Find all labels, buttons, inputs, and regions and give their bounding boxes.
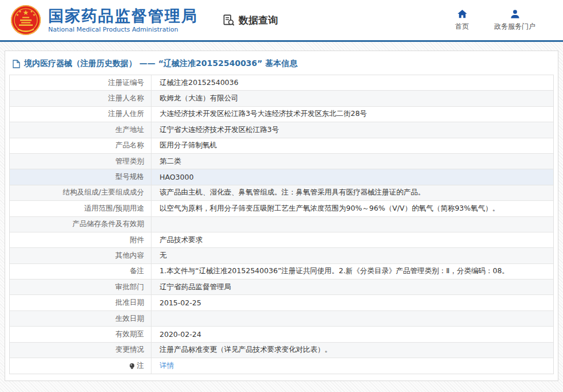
- row-value: 以空气为原料，利用分子筛变压吸附工艺生产氧浓度范围为90%～96%（V/V）的氧…: [152, 201, 553, 216]
- row-label: 生效日期: [10, 311, 152, 326]
- row-label: 其他内容: [10, 248, 152, 263]
- table-row: 注册人住所大连经济技术开发区松江路3号大连经济技术开发区东北二街28号: [10, 107, 553, 122]
- row-label: 管理类别: [10, 154, 152, 169]
- site-logo[interactable]: ★ ★ ★ ★ ★ 国家药品监督管理局 National Medical Pro…: [10, 5, 198, 36]
- row-label: 备注: [10, 264, 152, 279]
- row-value: 医用分子筛制氧机: [152, 138, 553, 153]
- home-icon: [457, 9, 468, 20]
- site-title: 国家药品监督管理局: [48, 7, 198, 25]
- table-row: 审批部门辽宁省药品监督管理局: [10, 280, 553, 295]
- data-query-label: 数据查询: [239, 14, 278, 27]
- row-label: 型号规格: [10, 169, 152, 184]
- row-label: 产品储存条件及有效期: [10, 217, 152, 232]
- row-label: 批准日期: [10, 295, 152, 310]
- content-area: 境内医疗器械（注册历史数据） —— “辽械注准20152540036” 基本信息…: [0, 42, 563, 392]
- nav-portal-label: 政务服务门户: [494, 22, 535, 32]
- table-row: 产品储存条件及有效期: [10, 217, 553, 232]
- details-link[interactable]: 详情: [160, 361, 174, 371]
- row-value: 辽宁省药品监督管理局: [152, 280, 553, 294]
- row-label: 审批部门: [10, 280, 152, 294]
- row-value: [152, 311, 553, 326]
- row-value: 辽宁省大连经济技术开发区松江路3号: [152, 122, 553, 137]
- row-value: 该产品由主机、湿化壶、鼻氧管组成。注：鼻氧管采用具有医疗器械注册证的产品。: [152, 185, 553, 200]
- table-row: 产品名称医用分子筛制氧机: [10, 138, 553, 154]
- document-search-icon: [222, 14, 235, 27]
- page-icon: [13, 60, 20, 68]
- row-label: 适用范围/预期用途: [10, 201, 152, 216]
- table-row: 注册人名称欧姆龙（大连）有限公司: [10, 91, 553, 106]
- content-panel: 境内医疗器械（注册历史数据） —— “辽械注准20152540036” 基本信息…: [5, 51, 558, 381]
- national-emblem-icon: ★ ★ ★ ★ ★: [10, 5, 41, 36]
- nav-home-label: 首页: [455, 22, 469, 32]
- row-value: HAO3000: [152, 169, 553, 184]
- table-row: 批准日期2015-02-25: [10, 295, 553, 311]
- note-bulb-icon: [129, 363, 135, 370]
- table-row: 适用范围/预期用途以空气为原料，利用分子筛变压吸附工艺生产氧浓度范围为90%～9…: [10, 201, 553, 216]
- info-table: 注册证编号辽械注准20152540036注册人名称欧姆龙（大连）有限公司注册人住…: [9, 75, 554, 374]
- row-label: 有效期至: [10, 327, 152, 341]
- user-icon: [510, 9, 521, 20]
- table-row: 管理类别第二类: [10, 154, 553, 169]
- svg-text:★: ★: [33, 13, 36, 17]
- nav-home[interactable]: 首页: [455, 9, 469, 32]
- row-value: 注册产品标准变更（详见产品技术要求变化对比表）。: [152, 343, 553, 358]
- row-label: 注册人住所: [10, 107, 152, 122]
- row-value: 1.本文件与“辽械注准20152540036”注册证共同使用。2.新《分类目录》…: [152, 264, 553, 279]
- row-value: 欧姆龙（大连）有限公司: [152, 91, 553, 106]
- site-subtitle: National Medical Products Administration: [48, 26, 198, 33]
- row-label: 注册人名称: [10, 91, 152, 106]
- row-value: 2020-02-24: [152, 327, 553, 341]
- table-row: 生产地址辽宁省大连经济技术开发区松江路3号: [10, 122, 553, 138]
- row-value: 无: [152, 248, 553, 263]
- row-value: 产品技术要求: [152, 232, 553, 247]
- table-row: 变更情况注册产品标准变更（详见产品技术要求变化对比表）。: [10, 343, 553, 358]
- table-row: 注详情: [10, 358, 553, 374]
- table-row: 备注1.本文件与“辽械注准20152540036”注册证共同使用。2.新《分类目…: [10, 264, 553, 280]
- row-value: 大连经济技术开发区松江路3号大连经济技术开发区东北二街28号: [152, 107, 553, 122]
- row-value: 2015-02-25: [152, 295, 553, 310]
- row-label: 注: [10, 358, 152, 374]
- row-value: [152, 217, 553, 232]
- breadcrumb: 境内医疗器械（注册历史数据） —— “辽械注准20152540036” 基本信息: [9, 51, 554, 75]
- row-label: 注册证编号: [10, 75, 152, 90]
- page-title: 境内医疗器械（注册历史数据） —— “辽械注准20152540036” 基本信息: [24, 59, 297, 69]
- row-label: 变更情况: [10, 343, 152, 358]
- table-row: 结构及组成/主要组成成分该产品由主机、湿化壶、鼻氧管组成。注：鼻氧管采用具有医疗…: [10, 185, 553, 201]
- table-row: 生效日期: [10, 311, 553, 327]
- svg-text:★: ★: [16, 13, 19, 17]
- svg-text:★: ★: [23, 9, 29, 17]
- table-row: 有效期至2020-02-24: [10, 327, 553, 342]
- header-nav: 首页 政务服务门户: [455, 9, 535, 32]
- nav-portal[interactable]: 政务服务门户: [494, 9, 535, 32]
- row-label: 产品名称: [10, 138, 152, 153]
- site-header: ★ ★ ★ ★ ★ 国家药品监督管理局 National Medical Pro…: [0, 0, 563, 40]
- table-row: 型号规格HAO3000: [10, 169, 553, 185]
- table-row: 附件产品技术要求: [10, 232, 553, 248]
- row-label: 结构及组成/主要组成成分: [10, 185, 152, 200]
- table-row: 其他内容无: [10, 248, 553, 263]
- data-query-section[interactable]: 数据查询: [222, 14, 278, 27]
- row-value: 辽械注准20152540036: [152, 75, 553, 90]
- table-row: 注册证编号辽械注准20152540036: [10, 75, 553, 91]
- row-label: 生产地址: [10, 122, 152, 137]
- row-value: 详情: [152, 358, 553, 374]
- row-label: 附件: [10, 232, 152, 247]
- row-value: 第二类: [152, 154, 553, 169]
